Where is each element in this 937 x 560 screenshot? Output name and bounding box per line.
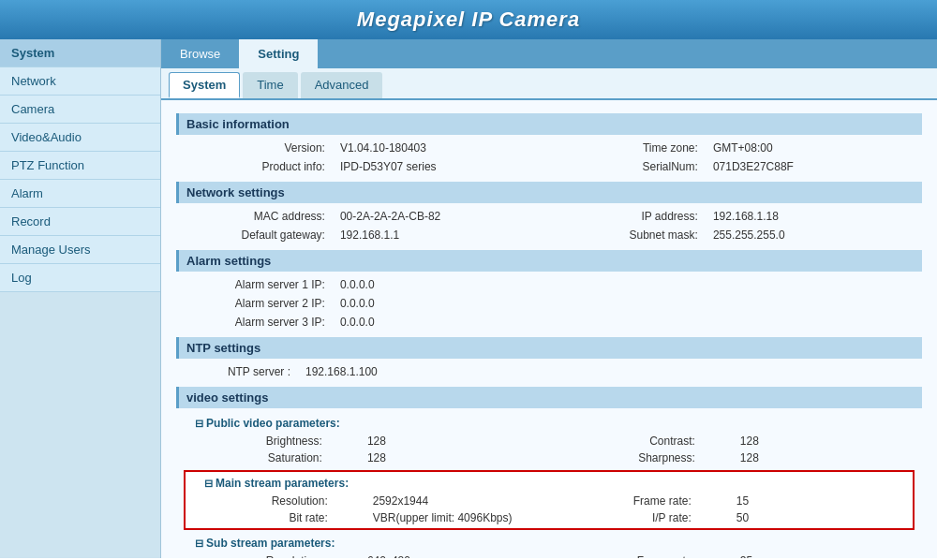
- alarm2-value: 0.0.0.0: [333, 294, 549, 313]
- sidebar-item-log[interactable]: Log: [0, 264, 160, 292]
- main-resolution-label: Resolution:: [186, 493, 335, 509]
- ntp-label: NTP server :: [176, 362, 298, 381]
- gateway-label: Default gateway:: [176, 226, 333, 244]
- version-label: Version:: [176, 139, 333, 157]
- product-label: Product info:: [176, 157, 333, 176]
- contrast-label: Contrast:: [549, 433, 703, 449]
- sub-tabs: System Time Advanced: [161, 68, 937, 100]
- ip-label: IP address:: [549, 207, 706, 226]
- sidebar-item-ptzfunction[interactable]: PTZ Function: [0, 152, 160, 180]
- section-network: Network settings: [176, 182, 922, 203]
- main-framerate-label: Frame rate:: [549, 493, 699, 509]
- public-params-toggle[interactable]: Public video parameters:: [176, 414, 922, 433]
- subnet-value: 255.255.255.0: [706, 226, 922, 244]
- alarm3-value: 0.0.0.0: [333, 313, 549, 332]
- mac-label: MAC address:: [176, 207, 333, 226]
- gateway-value: 192.168.1.1: [333, 226, 549, 244]
- main-bitrate-value: VBR(upper limit: 4096Kbps): [335, 509, 549, 526]
- public-params-table: Brightness: 128 Contrast: 128 Saturation…: [176, 433, 922, 466]
- top-tabs: Browse Setting: [161, 39, 937, 68]
- sharpness-label: Sharpness:: [549, 449, 703, 466]
- sub-framerate-value: 25: [703, 553, 922, 558]
- basic-info-table: Version: V1.04.10-180403 Time zone: GMT+…: [176, 139, 922, 176]
- serial-label: SerialNum:: [549, 157, 706, 176]
- alarm2-label: Alarm server 2 IP:: [176, 294, 333, 313]
- section-basic-info: Basic information: [176, 113, 922, 135]
- ip-value: 192.168.1.18: [706, 207, 922, 226]
- section-alarm: Alarm settings: [176, 250, 922, 272]
- main-bitrate-label: Bit rate:: [186, 509, 335, 526]
- main-framerate-value: 15: [699, 493, 913, 509]
- main-resolution-value: 2592x1944: [335, 493, 549, 509]
- main-iprate-value: 50: [699, 509, 913, 526]
- sidebar: System Network Camera Video&Audio PTZ Fu…: [0, 39, 161, 558]
- ntp-value: 192.168.1.100: [298, 362, 467, 381]
- section-ntp: NTP settings: [176, 337, 922, 359]
- network-table: MAC address: 00-2A-2A-2A-CB-82 IP addres…: [176, 207, 922, 244]
- sidebar-item-camera[interactable]: Camera: [0, 96, 160, 124]
- sub-stream-section: Sub stream parameters: Resolution: 640x4…: [176, 532, 922, 558]
- section-video: video settings: [176, 387, 922, 408]
- sub-stream-table: Resolution: 640x480 Frame rate: 25 Bit r…: [176, 553, 922, 558]
- page-title: Megapixel IP Camera: [0, 7, 937, 32]
- sub-resolution-value: 640x480: [330, 553, 549, 558]
- contrast-value: 128: [703, 433, 922, 449]
- tab-setting[interactable]: Setting: [239, 39, 318, 68]
- main-stream-toggle[interactable]: Main stream parameters:: [186, 474, 913, 493]
- content-area: Basic information Version: V1.04.10-1804…: [161, 100, 937, 558]
- subtab-system[interactable]: System: [169, 72, 240, 98]
- tab-browse[interactable]: Browse: [161, 39, 239, 68]
- timezone-value: GMT+08:00: [706, 139, 922, 157]
- sidebar-item-videoaudio[interactable]: Video&Audio: [0, 124, 160, 152]
- timezone-label: Time zone:: [549, 139, 706, 157]
- mac-value: 00-2A-2A-2A-CB-82: [333, 207, 549, 226]
- main-stream-table: Resolution: 2592x1944 Frame rate: 15 Bit…: [186, 493, 913, 526]
- sidebar-item-network[interactable]: Network: [0, 67, 160, 96]
- sidebar-item-record[interactable]: Record: [0, 208, 160, 236]
- ntp-table: NTP server : 192.168.1.100: [176, 362, 922, 381]
- saturation-value: 128: [330, 449, 549, 466]
- page-header: Megapixel IP Camera: [0, 0, 937, 39]
- subnet-label: Subnet mask:: [549, 226, 706, 244]
- main-stream-section: Main stream parameters: Resolution: 2592…: [184, 470, 915, 530]
- sharpness-value: 128: [703, 449, 922, 466]
- sub-resolution-label: Resolution:: [176, 553, 330, 558]
- sub-stream-toggle[interactable]: Sub stream parameters:: [176, 534, 922, 553]
- sidebar-item-alarm[interactable]: Alarm: [0, 180, 160, 208]
- brightness-value: 128: [330, 433, 549, 449]
- version-value: V1.04.10-180403: [333, 139, 549, 157]
- sidebar-item-system[interactable]: System: [0, 39, 160, 67]
- main-iprate-label: I/P rate:: [549, 509, 699, 526]
- subtab-time[interactable]: Time: [243, 72, 297, 98]
- main-area: Browse Setting System Time Advanced Basi…: [161, 39, 937, 558]
- sidebar-item-manageusers[interactable]: Manage Users: [0, 236, 160, 264]
- serial-value: 071D3E27C88F: [706, 157, 922, 176]
- brightness-label: Brightness:: [176, 433, 330, 449]
- alarm-table: Alarm server 1 IP: 0.0.0.0 Alarm server …: [176, 275, 922, 332]
- alarm3-label: Alarm server 3 IP:: [176, 313, 333, 332]
- alarm1-value: 0.0.0.0: [333, 275, 549, 294]
- sub-framerate-label: Frame rate:: [549, 553, 703, 558]
- product-value: IPD-D53Y07 series: [333, 157, 549, 176]
- subtab-advanced[interactable]: Advanced: [301, 72, 383, 98]
- public-params-section: Public video parameters: Brightness: 128…: [176, 412, 922, 468]
- saturation-label: Saturation:: [176, 449, 330, 466]
- alarm1-label: Alarm server 1 IP:: [176, 275, 333, 294]
